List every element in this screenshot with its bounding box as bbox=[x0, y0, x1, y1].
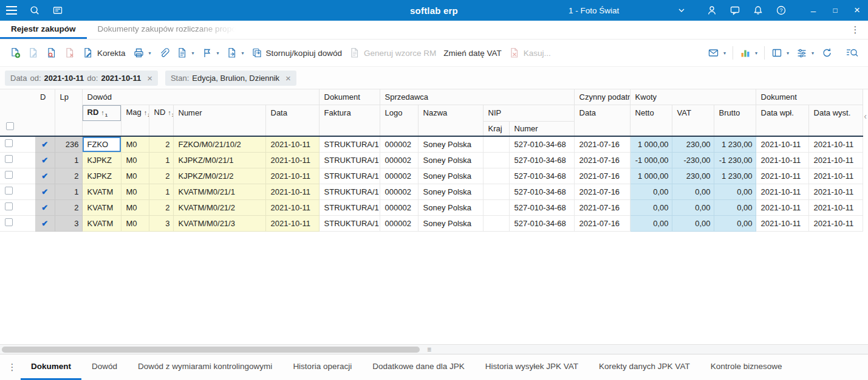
cell-vat[interactable]: 0,00 bbox=[672, 215, 714, 231]
cell-mag[interactable]: M0 bbox=[121, 199, 149, 215]
col-header-nip[interactable]: NIP bbox=[483, 105, 574, 121]
row-checkbox[interactable] bbox=[5, 202, 13, 210]
col-header-brutto[interactable]: Brutto bbox=[714, 105, 756, 121]
remove-filter-icon[interactable]: × bbox=[147, 74, 152, 83]
flag-button[interactable]: ▾ bbox=[198, 44, 223, 61]
cell-brutto[interactable]: -1 230,00 bbox=[714, 152, 756, 168]
col-header-nip-numer[interactable]: Numer bbox=[509, 121, 574, 136]
splitter-grip-icon[interactable]: ≡ bbox=[427, 345, 431, 354]
cell-rd[interactable]: KJPKZ bbox=[82, 168, 121, 184]
cell-faktura[interactable]: STRUKTURA/1 bbox=[319, 215, 380, 231]
edit-actions-button[interactable]: ▾ bbox=[173, 44, 198, 61]
cell-mag[interactable]: M0 bbox=[121, 136, 149, 152]
cell-logo[interactable]: 000002 bbox=[380, 152, 418, 168]
cell-brutto[interactable]: 1 230,00 bbox=[714, 168, 756, 184]
col-header-data-wyst[interactable]: Data wyst. bbox=[808, 105, 863, 121]
korekta-button[interactable]: Korekta bbox=[79, 44, 129, 61]
cell-data[interactable]: 2021-10-11 bbox=[265, 215, 319, 231]
cell-netto[interactable]: 0,00 bbox=[630, 215, 672, 231]
bottom-tab-historia-jpk-vat[interactable]: Historia wysyłek JPK VAT bbox=[475, 354, 589, 380]
maximize-button[interactable]: □ bbox=[824, 0, 846, 21]
cell-czynny-data[interactable]: 2021-07-16 bbox=[574, 136, 630, 152]
tab-rejestr-zakupow[interactable]: Rejestr zakupów bbox=[0, 21, 87, 39]
cell-lp[interactable]: 2 bbox=[55, 199, 82, 215]
cell-kraj[interactable] bbox=[483, 184, 509, 199]
edit-actions-caret-icon[interactable]: ▾ bbox=[192, 50, 194, 56]
cell-data[interactable]: 2021-10-11 bbox=[265, 136, 319, 152]
cell-kraj[interactable] bbox=[483, 152, 509, 168]
cell-nd[interactable]: 1 bbox=[149, 184, 173, 199]
grid-search-button[interactable] bbox=[842, 44, 862, 61]
cell-data[interactable]: 2021-10-11 bbox=[265, 168, 319, 184]
generuj-wzorce-button[interactable]: Generuj wzorce RM bbox=[346, 44, 440, 61]
row-checkbox[interactable] bbox=[5, 139, 13, 147]
kasuj-button[interactable]: Kasuj... bbox=[505, 44, 555, 61]
col-header-logo[interactable]: Logo bbox=[380, 105, 418, 121]
cell-faktura[interactable]: STRUKTURA/1 bbox=[319, 184, 380, 199]
cell-mag[interactable]: M0 bbox=[121, 152, 149, 168]
row-checkbox[interactable] bbox=[5, 218, 13, 226]
table-row[interactable]: ✔ 2 KJPKZ M0 2 KJPKZ/M0/21/2 2021-10-11 … bbox=[0, 168, 863, 184]
cell-brutto[interactable]: 0,00 bbox=[714, 199, 756, 215]
cell-rd[interactable]: KVATM bbox=[82, 215, 121, 231]
view-settings-caret-icon[interactable]: ▾ bbox=[812, 50, 814, 56]
send-mail-button[interactable]: ▾ bbox=[704, 44, 730, 61]
col-header-czynny-data[interactable]: Data bbox=[574, 105, 630, 121]
cell-nazwa[interactable]: Soney Polska bbox=[418, 168, 483, 184]
cell-data[interactable]: 2021-10-11 bbox=[265, 152, 319, 168]
tab-dokumenty-zakupow[interactable]: Dokumenty zakupów rozliczane propo bbox=[87, 21, 239, 39]
cell-nip[interactable]: 527-010-34-68 bbox=[509, 168, 574, 184]
table-row[interactable]: ✔ 236 FZKO M0 2 FZKO/M0/21/10/2 2021-10-… bbox=[0, 136, 863, 152]
select-all-header[interactable] bbox=[0, 89, 24, 136]
cell-nd[interactable]: 2 bbox=[149, 136, 173, 152]
table-row[interactable]: ✔ 3 KVATM M0 3 KVATM/M0/21/3 2021-10-11 … bbox=[0, 215, 863, 231]
cell-lp[interactable]: 3 bbox=[55, 215, 82, 231]
edit-document-button[interactable] bbox=[24, 44, 43, 61]
company-selector[interactable]: 1 - Foto Świat bbox=[561, 0, 692, 21]
cell-nip[interactable]: 527-010-34-68 bbox=[509, 199, 574, 215]
cell-rd[interactable]: FZKO bbox=[82, 136, 121, 152]
cell-mag[interactable]: M0 bbox=[121, 184, 149, 199]
cell-numer[interactable]: FZKO/M0/21/10/2 bbox=[173, 136, 265, 152]
layout-caret-icon[interactable]: ▾ bbox=[787, 50, 789, 56]
cell-faktura[interactable]: STRUKTURA/1 bbox=[319, 199, 380, 215]
help-button[interactable]: ? bbox=[770, 0, 793, 21]
cell-data[interactable]: 2021-10-11 bbox=[265, 184, 319, 199]
col-header-faktura[interactable]: Faktura bbox=[319, 105, 380, 121]
cell-netto[interactable]: 0,00 bbox=[630, 199, 672, 215]
col-header-vat[interactable]: VAT bbox=[672, 105, 714, 121]
bottom-tab-dowod[interactable]: Dowód bbox=[81, 354, 128, 380]
cell-vat[interactable]: 0,00 bbox=[672, 199, 714, 215]
cell-vat[interactable]: 230,00 bbox=[672, 168, 714, 184]
cell-data-wpl[interactable]: 2021-10-11 bbox=[756, 136, 808, 152]
cell-data[interactable]: 2021-10-11 bbox=[265, 199, 319, 215]
cell-lp[interactable]: 236 bbox=[55, 136, 82, 152]
cell-data-wyst[interactable]: 2021-10-11 bbox=[808, 136, 863, 152]
cell-nip[interactable]: 527-010-34-68 bbox=[509, 184, 574, 199]
cell-rd[interactable]: KVATM bbox=[82, 199, 121, 215]
table-row[interactable]: ✔ 2 KVATM M0 2 KVATM/M0/21/2 2021-10-11 … bbox=[0, 199, 863, 215]
mail-caret-icon[interactable]: ▾ bbox=[723, 50, 726, 56]
col-header-d[interactable]: D bbox=[35, 89, 55, 136]
tab-overflow-menu[interactable]: ⋮ bbox=[842, 21, 868, 39]
cell-nip[interactable]: 527-010-34-68 bbox=[509, 152, 574, 168]
bottom-tab-kontrole-biznesowe[interactable]: Kontrole biznesowe bbox=[700, 354, 793, 380]
filter-chip-stan[interactable]: Stan: Edycja, Brulion, Dziennik × bbox=[165, 71, 296, 86]
bottom-tab-historia-operacji[interactable]: Historia operacji bbox=[282, 354, 362, 380]
cell-nip[interactable]: 527-010-34-68 bbox=[509, 215, 574, 231]
cell-czynny-data[interactable]: 2021-07-16 bbox=[574, 168, 630, 184]
row-checkbox[interactable] bbox=[5, 171, 13, 179]
cell-rd[interactable]: KJPKZ bbox=[82, 152, 121, 168]
filter-chip-data[interactable]: Data od: 2021-10-11 do: 2021-10-11 × bbox=[5, 71, 158, 86]
flag-caret-icon[interactable]: ▾ bbox=[217, 50, 219, 56]
cell-mag[interactable]: M0 bbox=[121, 215, 149, 231]
print-caret-icon[interactable]: ▾ bbox=[149, 50, 151, 56]
global-search-button[interactable] bbox=[23, 0, 46, 21]
cell-nazwa[interactable]: Soney Polska bbox=[418, 215, 483, 231]
cell-kraj[interactable] bbox=[483, 215, 509, 231]
view-settings-button[interactable]: ▾ bbox=[793, 44, 818, 61]
cell-data-wpl[interactable]: 2021-10-11 bbox=[756, 152, 808, 168]
cell-nd[interactable]: 2 bbox=[149, 168, 173, 184]
col-header-data[interactable]: Data bbox=[265, 105, 319, 121]
cell-lp[interactable]: 1 bbox=[55, 184, 82, 199]
